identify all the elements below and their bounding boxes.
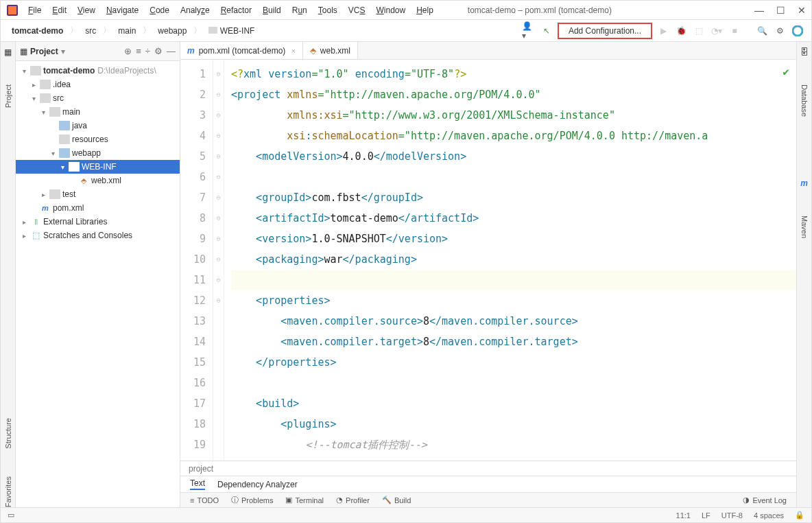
tree-test[interactable]: ▸test (16, 187, 180, 201)
breadcrumb: tomcat-demo〉 src〉 main〉 webapp〉 WEB-INF (8, 25, 259, 37)
tab-webxml[interactable]: ⬘web.xml (303, 42, 358, 59)
maven-tool-label[interactable]: Maven (800, 216, 809, 238)
database-tool-label[interactable]: Database (800, 84, 809, 117)
project-tool-icon[interactable]: ▦ (4, 47, 12, 57)
tw-profiler[interactable]: ◔ Profiler (336, 496, 370, 504)
editor-breadcrumb[interactable]: project (180, 461, 796, 476)
collapse-icon[interactable]: ÷ (145, 46, 150, 56)
favorites-tool-label[interactable]: Favorites (4, 476, 12, 507)
menu-navigate[interactable]: Navigate (102, 4, 143, 16)
inspection-ok-icon[interactable]: ✔ (783, 65, 789, 78)
menu-help[interactable]: Help (412, 4, 438, 16)
menu-edit[interactable]: Edit (48, 4, 71, 16)
hide-icon[interactable]: — (167, 46, 176, 56)
editor-bottom-tabs: Text Dependency Analyzer (180, 476, 796, 492)
xml-file-icon: ⬘ (310, 46, 316, 56)
tw-terminal[interactable]: ▣ Terminal (285, 496, 324, 504)
hammer-icon[interactable]: ↖ (540, 24, 553, 38)
tree-idea[interactable]: ▸.idea (16, 78, 180, 91)
tree-webinf[interactable]: ▾WEB-INF (16, 160, 180, 174)
tw-build[interactable]: 🔨 Build (382, 496, 411, 504)
menu-tools[interactable]: Tools (314, 4, 342, 16)
bottom-tool-strip: ≡ TODO ⓘ Problems ▣ Terminal ◔ Profiler … (180, 492, 796, 507)
window-title: tomcat-demo – pom.xml (tomcat-demo) (468, 5, 752, 15)
database-tool-icon[interactable]: 🗄 (800, 47, 809, 57)
fold-gutter[interactable]: ⊖⊖⊖⊖⊖⊖⊖⊖⊖⊖⊖⊖ (213, 60, 224, 461)
statusbar: ▭ 11:1 LF UTF-8 4 spaces 🔒 (1, 507, 811, 522)
coverage-icon[interactable]: ⬚ (692, 24, 706, 38)
tree-webapp[interactable]: ▾webapp (16, 146, 180, 160)
menu-window[interactable]: Window (372, 4, 409, 16)
tab-dependency-analyzer[interactable]: Dependency Analyzer (217, 480, 298, 489)
project-panel: ▦Project▾ ⊕ ≡ ÷ ⚙ — ▾tomcat-demoD:\IdeaP… (16, 42, 180, 507)
target-icon[interactable]: ⊕ (124, 46, 132, 56)
menu-vcs[interactable]: VCS (344, 4, 370, 16)
close-icon[interactable]: ✕ (798, 5, 806, 16)
status-indent[interactable]: 4 spaces (754, 511, 784, 520)
menu-run[interactable]: Run (288, 4, 311, 16)
add-configuration-button[interactable]: Add Configuration... (558, 23, 652, 39)
expand-icon[interactable]: ≡ (136, 46, 141, 56)
run-icon[interactable]: ▶ (656, 24, 670, 38)
close-tab-icon[interactable]: × (291, 47, 295, 55)
crumb-src[interactable]: src (81, 25, 100, 37)
tree-webxml[interactable]: ⬘web.xml (16, 174, 180, 187)
menu-build[interactable]: Build (259, 4, 285, 16)
tree-java[interactable]: java (16, 119, 180, 132)
maven-file-icon: m (187, 46, 195, 56)
ide-icon[interactable] (791, 24, 804, 38)
structure-tool-label[interactable]: Structure (4, 418, 12, 449)
debug-icon[interactable]: 🐞 (674, 24, 688, 38)
user-icon[interactable]: 👤▾ (522, 24, 536, 38)
right-tool-strip: 🗄 Database m Maven (796, 42, 811, 507)
tw-todo[interactable]: ≡ TODO (190, 496, 219, 504)
tree-main[interactable]: ▾main (16, 105, 180, 119)
profiler-icon[interactable]: ◔▾ (710, 24, 724, 38)
search-icon[interactable]: 🔍 (755, 24, 769, 38)
project-title[interactable]: Project (30, 47, 58, 56)
app-logo-icon (6, 4, 19, 16)
crumb-webinf[interactable]: WEB-INF (204, 25, 259, 37)
line-number-gutter: 12345678910111213141516171819 (180, 60, 213, 461)
status-position[interactable]: 11:1 (676, 511, 691, 520)
svg-point-2 (793, 26, 802, 36)
status-encoding[interactable]: UTF-8 (721, 511, 743, 520)
menu-refactor[interactable]: Refactor (217, 4, 256, 16)
project-tree[interactable]: ▾tomcat-demoD:\IdeaProjects\ ▸.idea ▾src… (16, 61, 180, 507)
nav-toolbar: tomcat-demo〉 src〉 main〉 webapp〉 WEB-INF … (1, 20, 811, 42)
stop-icon[interactable]: ■ (728, 24, 741, 38)
status-icon[interactable]: ▭ (8, 511, 14, 520)
editor-tabs: mpom.xml (tomcat-demo)× ⬘web.xml (180, 42, 796, 60)
status-lock-icon[interactable]: 🔒 (795, 511, 804, 520)
tree-pom[interactable]: mpom.xml (16, 201, 180, 215)
menu-view[interactable]: View (73, 4, 99, 16)
tree-scratches[interactable]: ▸⬚Scratches and Consoles (16, 229, 180, 242)
menubar: FFileile Edit View Navigate Code Analyze… (1, 1, 811, 20)
project-tool-label[interactable]: Project (4, 84, 12, 108)
tw-problems[interactable]: ⓘ Problems (231, 495, 273, 505)
maximize-icon[interactable]: ☐ (776, 5, 785, 16)
menu-analyze[interactable]: Analyze (176, 4, 214, 16)
settings-icon[interactable]: ⚙ (773, 24, 787, 38)
tree-resources[interactable]: resources (16, 132, 180, 146)
tree-external[interactable]: ▸⫴External Libraries (16, 215, 180, 229)
tw-eventlog[interactable]: ◑ Event Log (743, 496, 787, 504)
menu-code[interactable]: Code (145, 4, 174, 16)
folder-icon (208, 27, 217, 34)
status-lineending[interactable]: LF (702, 511, 710, 520)
tree-src[interactable]: ▾src (16, 91, 180, 105)
left-tool-strip: ▦ Project Structure Favorites (1, 42, 16, 507)
tree-root[interactable]: ▾tomcat-demoD:\IdeaProjects\ (16, 64, 180, 78)
crumb-main[interactable]: main (114, 25, 140, 37)
maven-tool-icon[interactable]: m (800, 178, 808, 188)
tab-text[interactable]: Text (190, 478, 205, 490)
minimize-icon[interactable]: — (754, 5, 764, 16)
code-content[interactable]: ✔ <?xml version="1.0" encoding="UTF-8"?>… (224, 60, 796, 461)
tab-pom[interactable]: mpom.xml (tomcat-demo)× (180, 42, 303, 59)
crumb-webapp[interactable]: webapp (154, 25, 191, 37)
editor-body[interactable]: 12345678910111213141516171819 ⊖⊖⊖⊖⊖⊖⊖⊖⊖⊖… (180, 60, 796, 461)
gear-icon[interactable]: ⚙ (154, 46, 163, 56)
project-header: ▦Project▾ ⊕ ≡ ÷ ⚙ — (16, 42, 180, 61)
crumb-root[interactable]: tomcat-demo (8, 25, 67, 37)
menu-file[interactable]: FFileile (24, 4, 45, 16)
